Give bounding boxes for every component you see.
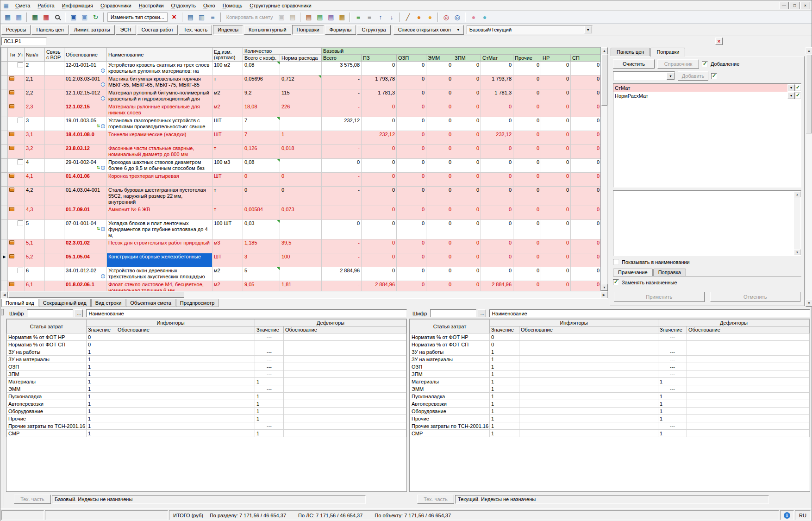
estimate-row[interactable]: 2,212.1.02.15-012iМатериал рулонный биту… <box>1 89 601 103</box>
inflator-basis-cell[interactable] <box>116 408 255 415</box>
inflator-value-cell[interactable]: 0 <box>490 333 519 341</box>
scroll-down-icon[interactable]: ▼ <box>806 300 812 307</box>
deflator-basis-cell[interactable] <box>284 415 406 422</box>
menu-item-7[interactable]: Помощь <box>219 1 246 10</box>
deflator-basis-cell[interactable] <box>687 333 810 341</box>
add-button[interactable]: Добавить <box>678 71 708 81</box>
correction-item-checkbox[interactable] <box>795 93 801 99</box>
inflator-value-cell[interactable]: 1 <box>490 408 519 415</box>
estimate-row[interactable]: 507-01-001-04⇅iУкладка блоков и плит лен… <box>1 220 601 239</box>
inflator-basis-cell[interactable] <box>519 333 658 341</box>
deflator-basis-cell[interactable] <box>687 422 810 430</box>
deflator-basis-cell[interactable] <box>284 422 406 430</box>
inflator-basis-cell[interactable] <box>116 422 255 430</box>
window-vertical-scrollbar[interactable]: ▲ ▼ <box>806 47 812 307</box>
insert-row-icon[interactable]: ▤ <box>185 12 196 22</box>
index-row[interactable]: Пусконаладка11 <box>7 393 406 400</box>
deflator-basis-cell[interactable] <box>687 341 810 348</box>
edit-icon[interactable]: ╱ <box>402 12 413 22</box>
deflator-basis-cell[interactable] <box>687 385 810 393</box>
new-document-icon[interactable]: ▦ <box>2 12 13 22</box>
deflator-basis-cell[interactable] <box>284 393 406 400</box>
adding-checkbox[interactable] <box>702 61 708 67</box>
name-cell[interactable]: Материал рулонный битумно-полимерный кро… <box>107 89 212 103</box>
right-panel-tab-0[interactable]: Панель цен <box>611 48 650 56</box>
apply-button[interactable]: Применить <box>614 292 705 302</box>
save-all-icon[interactable]: ▣ <box>79 12 90 22</box>
status-info[interactable]: i <box>780 510 794 520</box>
cipher-input[interactable] <box>27 309 73 317</box>
price-base-icon[interactable]: ▤ <box>314 12 325 22</box>
index-row[interactable]: Оборудование11 <box>410 408 810 415</box>
scroll-left-icon[interactable]: ◀ <box>1 291 8 298</box>
inflator-basis-cell[interactable] <box>519 430 658 437</box>
view-tab-4[interactable]: Предпросмотр <box>176 299 219 307</box>
inflator-value-cell[interactable]: 1 <box>87 385 116 393</box>
tech-part-button[interactable]: Тех. часть <box>14 495 51 504</box>
right-panel-tab-1[interactable]: Поправки <box>650 48 685 56</box>
name-cell[interactable]: Песок для строительных работ природный <box>107 239 212 253</box>
deflator-value-cell[interactable]: 1 <box>255 408 284 415</box>
index-row[interactable]: ОЗП1--- <box>410 363 810 370</box>
menu-item-5[interactable]: Отдохнуть <box>168 1 200 10</box>
index-row[interactable]: ЭММ1--- <box>7 385 406 393</box>
deflator-value-cell[interactable]: --- <box>255 370 284 378</box>
inflator-basis-cell[interactable] <box>519 408 658 415</box>
reference-button[interactable]: Справочник <box>657 59 699 69</box>
deflator-basis-cell[interactable] <box>687 408 810 415</box>
index-row[interactable]: Прочие11 <box>410 415 810 422</box>
inflator-basis-cell[interactable] <box>116 378 255 385</box>
inflator-value-cell[interactable]: 1 <box>87 415 116 422</box>
menu-item-3[interactable]: Справочники <box>97 1 135 10</box>
index-row[interactable]: СМР11 <box>7 430 406 437</box>
estimate-row[interactable]: 212-01-001-01iУстройство кровель скатных… <box>1 62 601 75</box>
inflator-value-cell[interactable]: 1 <box>490 430 519 437</box>
inflator-value-cell[interactable]: 0 <box>87 341 116 348</box>
panel-tab-3[interactable]: ЭСН <box>116 25 136 35</box>
inflator-value-cell[interactable]: 1 <box>87 370 116 378</box>
deflator-value-cell[interactable]: --- <box>255 422 284 430</box>
scroll-thumb[interactable] <box>601 55 607 106</box>
index-row[interactable]: Автоперевозки11 <box>7 400 406 408</box>
estimate-row[interactable]: 3,118.4.01.08-0Тоннели керамические (нас… <box>1 131 601 145</box>
inflator-basis-cell[interactable] <box>116 333 255 341</box>
deflator-value-cell[interactable]: --- <box>255 356 284 363</box>
replace-assigned-checkbox[interactable] <box>613 279 619 285</box>
index-row[interactable]: Материалы11 <box>7 378 406 385</box>
tech-part-button[interactable]: Тех. часть <box>417 495 454 504</box>
index-row[interactable]: Прочие затраты по ТСН-2001.161--- <box>7 422 406 430</box>
catalog-icon[interactable]: ▤ <box>325 12 336 22</box>
close-document-button[interactable]: × <box>715 38 723 45</box>
deflator-value-cell[interactable]: 1 <box>255 430 284 437</box>
pdf-export-icon[interactable]: ▦ <box>41 12 51 22</box>
inflator-value-cell[interactable]: 1 <box>87 393 116 400</box>
estimate-row[interactable]: 4,201.4.03.04-001Сталь буровая шестигран… <box>1 187 601 206</box>
grid-horizontal-scrollbar[interactable]: ◀ ▶ <box>0 291 608 298</box>
deflator-value-cell[interactable]: 1 <box>658 393 687 400</box>
add-option-checkbox[interactable] <box>711 73 717 79</box>
deflator-basis-cell[interactable] <box>284 356 406 363</box>
collapse-handle[interactable] <box>1 309 4 315</box>
inflator-basis-cell[interactable] <box>116 393 255 400</box>
row-properties-icon[interactable]: ≡ <box>207 12 218 22</box>
panel-tab-5[interactable]: Тех. часть <box>179 25 212 35</box>
add-line-icon[interactable]: ≡ <box>353 12 363 22</box>
name-cell[interactable]: Установка газогорелочных устройств с гор… <box>107 117 212 131</box>
view-tab-0[interactable]: Полный вид <box>1 299 38 307</box>
inflator-value-cell[interactable]: 1 <box>87 400 116 408</box>
estimate-row[interactable]: 4,101.4.01.06Коронка трехперая штыреваяШ… <box>1 173 601 187</box>
inflator-value-cell[interactable]: 1 <box>490 348 519 356</box>
group-lines-icon[interactable]: ≡ <box>364 12 375 22</box>
pink-marker-icon[interactable]: ● <box>468 12 479 22</box>
info-icon[interactable]: i <box>101 227 105 231</box>
clear-button[interactable]: Очистить <box>613 59 655 69</box>
deflator-value-cell[interactable]: --- <box>658 385 687 393</box>
deflator-value-cell[interactable]: --- <box>658 348 687 356</box>
estimate-row[interactable]: 634-01-012-02iУстройство окон деревянных… <box>1 267 601 281</box>
inflator-value-cell[interactable]: 1 <box>490 422 519 430</box>
inflator-basis-cell[interactable] <box>116 400 255 408</box>
name-cell[interactable]: Укладка блоков и плит ленточных фундамен… <box>107 220 212 239</box>
inflator-value-cell[interactable]: 1 <box>87 348 116 356</box>
red-ring-icon[interactable]: ◎ <box>441 12 451 22</box>
scroll-up-icon[interactable]: ▲ <box>806 47 812 54</box>
